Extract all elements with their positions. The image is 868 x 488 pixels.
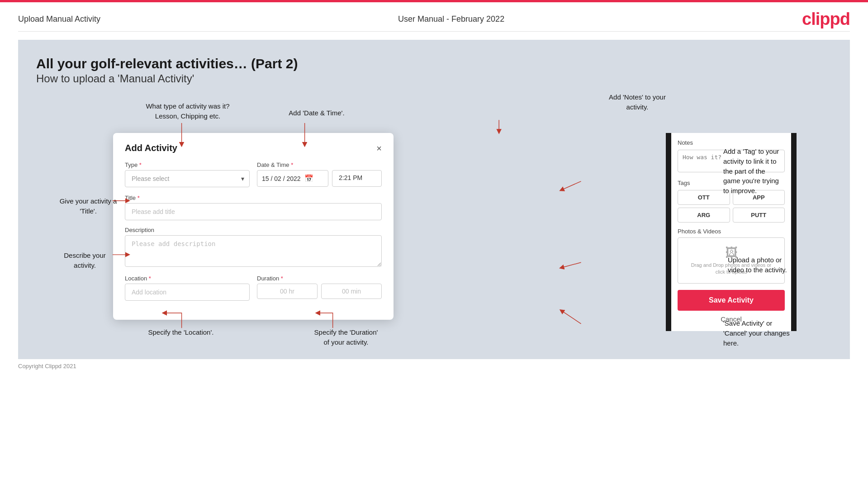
date-input[interactable]: 15 / 02 / 2022 📅: [257, 170, 328, 187]
duration-inputs: [257, 284, 382, 299]
tag-ott[interactable]: OTT: [678, 190, 730, 205]
page-subtitle: How to upload a 'Manual Activity': [36, 72, 832, 85]
location-input[interactable]: [125, 284, 250, 301]
page-title: All your golf-relevant activities… (Part…: [36, 56, 832, 71]
type-label: Type *: [125, 161, 250, 168]
copyright: Copyright Clippd 2021: [0, 359, 868, 373]
modal-title: Add Activity: [125, 143, 177, 153]
date-value: 15 / 02 / 2022: [262, 175, 301, 182]
annotation-activity-type: What type of activity was it?Lesson, Chi…: [142, 101, 233, 121]
photos-label: Photos & Videos: [678, 228, 785, 235]
annotation-description: Describe youractivity.: [50, 251, 120, 270]
calendar-icon: 📅: [304, 174, 313, 183]
annotation-notes: Add 'Notes' to youractivity.: [592, 92, 683, 112]
description-group: Description: [125, 227, 382, 269]
title-input[interactable]: [125, 203, 382, 220]
svg-line-7: [562, 181, 581, 190]
annotation-tag: Add a 'Tag' to youractivity to link it t…: [723, 147, 823, 196]
location-label: Location *: [125, 275, 250, 282]
date-time-group: Date & Time * 15 / 02 / 2022 📅 2:21 PM: [257, 161, 382, 187]
description-input[interactable]: [125, 235, 382, 267]
save-activity-button[interactable]: Save Activity: [678, 290, 785, 311]
modal-header: Add Activity ×: [125, 143, 382, 153]
description-label: Description: [125, 227, 382, 233]
type-select-wrapper[interactable]: Please select ▾: [125, 170, 250, 187]
duration-hours[interactable]: [257, 284, 318, 299]
manual-title: User Manual - February 2022: [398, 14, 504, 24]
annotation-photo: Upload a photo orvideo to the activity.: [728, 255, 827, 275]
type-select[interactable]: Please select: [125, 170, 250, 187]
date-time-label: Date & Time *: [257, 161, 382, 168]
annotation-date-time: Add 'Date & Time'.: [276, 108, 357, 118]
type-group: Type * Please select ▾: [125, 161, 250, 187]
notes-label: Notes: [678, 139, 785, 146]
top-bar: Upload Manual Activity User Manual - Feb…: [0, 0, 868, 32]
title-label: Title *: [125, 194, 382, 201]
add-activity-modal: Add Activity × Type * Please select ▾: [113, 133, 394, 320]
title-group: Title *: [125, 194, 382, 220]
annotation-title: Give your activity a'Title'.: [50, 196, 127, 216]
phone-left-bar: [666, 133, 671, 331]
annotation-location: Specify the 'Location'.: [136, 327, 226, 337]
annotation-duration: Specify the 'Duration'of your activity.: [294, 327, 398, 347]
time-input[interactable]: 2:21 PM: [332, 170, 382, 187]
location-group: Location *: [125, 275, 250, 301]
annotation-save: 'Save Activity' or'Cancel' your changesh…: [723, 318, 827, 348]
diagram-area: All your golf-relevant activities… (Part…: [18, 40, 850, 359]
svg-line-8: [562, 262, 581, 267]
tag-arg[interactable]: ARG: [678, 208, 730, 223]
duration-minutes[interactable]: [321, 284, 382, 299]
date-time-inputs: 15 / 02 / 2022 📅 2:21 PM: [257, 170, 382, 187]
type-date-row: Type * Please select ▾ Date & Time *: [125, 161, 382, 187]
close-button[interactable]: ×: [376, 144, 382, 153]
duration-label: Duration *: [257, 275, 382, 282]
location-duration-row: Location * Duration *: [125, 275, 382, 301]
page-label: Upload Manual Activity: [18, 14, 100, 24]
duration-group: Duration *: [257, 275, 382, 301]
svg-line-9: [562, 311, 581, 324]
logo: clippd: [802, 9, 850, 29]
tag-putt[interactable]: PUTT: [733, 208, 785, 223]
